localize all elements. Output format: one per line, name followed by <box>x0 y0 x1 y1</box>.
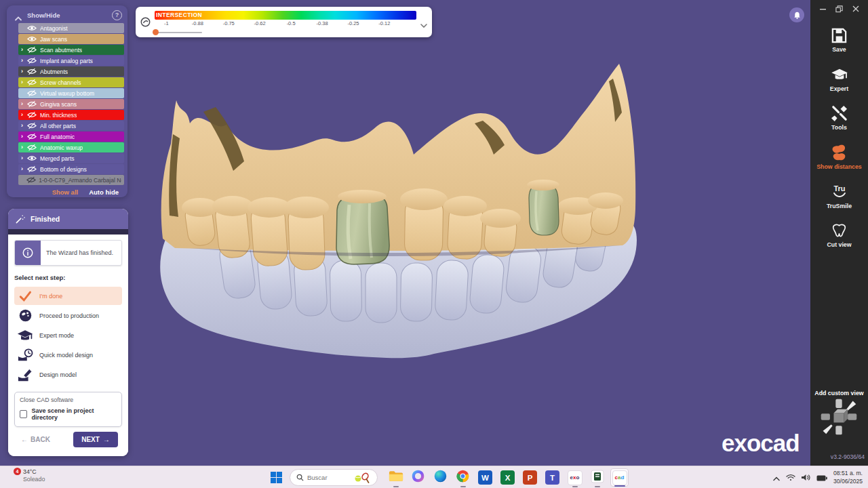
wifi-icon[interactable] <box>786 472 795 484</box>
eye-off-icon[interactable] <box>27 79 37 86</box>
eye-off-icon[interactable] <box>27 122 37 129</box>
layer-row[interactable]: Virtual waxup bottom <box>18 88 124 98</box>
eye-off-icon[interactable] <box>27 57 37 64</box>
eye-open-icon[interactable] <box>27 155 37 162</box>
layer-row[interactable]: 1-0-0-C79_Armando Carbajal Ne... <box>18 175 124 185</box>
restore-button[interactable] <box>835 5 843 13</box>
eye-off-icon[interactable] <box>27 133 37 140</box>
tool-save[interactable]: Save <box>829 26 850 54</box>
wizard-option[interactable]: I'm done <box>14 287 122 305</box>
eye-off-icon[interactable] <box>27 100 37 108</box>
expand-chevron-icon[interactable]: › <box>21 144 27 150</box>
save-scene-row[interactable]: Save scene in project directory <box>20 407 117 421</box>
notifications-button[interactable] <box>789 7 804 22</box>
quick-model-icon <box>17 348 33 363</box>
show-all-link[interactable]: Show all <box>52 188 79 196</box>
eye-off-icon[interactable] <box>27 89 37 97</box>
view-navigation-widget[interactable] <box>818 396 859 440</box>
search-input[interactable] <box>307 474 351 481</box>
colorbar-slider-track[interactable] <box>156 32 202 33</box>
weather-widget[interactable]: 4 34°C Soleado <box>5 468 45 483</box>
expand-chevron-icon[interactable]: › <box>21 79 27 85</box>
eye-open-icon[interactable] <box>27 35 37 43</box>
add-custom-view-label: Add custom view <box>810 390 868 396</box>
expand-chevron-icon[interactable]: › <box>21 134 27 140</box>
taskbar-app-dentalcad[interactable]: cad <box>610 468 629 487</box>
expand-chevron-icon[interactable]: › <box>21 112 27 118</box>
layer-row[interactable]: ›Bottom of designs <box>18 164 124 174</box>
taskbar-app-exo[interactable]: exo <box>566 468 584 487</box>
show-hide-title: Show/Hide <box>27 12 112 19</box>
collapse-chevron-up-icon[interactable] <box>15 12 22 18</box>
expand-chevron-icon[interactable]: › <box>21 101 27 107</box>
tool-trusmile[interactable]: TruTruSmile <box>827 182 852 210</box>
copilot-icon <box>411 469 425 486</box>
taskbar-app-chrome[interactable] <box>454 468 472 487</box>
layer-row[interactable]: ›Gingiva scans <box>18 99 124 109</box>
start-button[interactable] <box>267 469 285 487</box>
taskbar-app-word[interactable]: W <box>476 468 494 487</box>
taskbar-app-explorer[interactable] <box>387 468 405 487</box>
taskbar-app-excel[interactable]: X <box>498 468 517 487</box>
taskbar-app-teams[interactable]: T <box>543 468 561 487</box>
intersection-colorbar[interactable]: INTERSECTION -1-0.88-0.75-0.62-0.5-0.38-… <box>136 7 432 37</box>
layer-row[interactable]: ›Abutments <box>18 66 124 77</box>
wizard-option[interactable]: Design model <box>14 365 122 384</box>
layer-row[interactable]: ›Scan abutments <box>18 45 124 55</box>
eye-off-icon[interactable] <box>27 165 37 173</box>
layer-row[interactable]: Antagonist <box>18 23 124 33</box>
colorbar-slider-knob[interactable] <box>153 29 159 35</box>
eye-off-icon[interactable] <box>27 111 37 119</box>
tool-cut-view[interactable]: Cut view <box>827 221 851 249</box>
battery-icon[interactable] <box>816 472 827 484</box>
back-button[interactable]: ←BACK <box>21 436 50 443</box>
help-icon[interactable]: ? <box>112 10 122 20</box>
clock[interactable]: 08:51 a. m. 30/06/2025 <box>833 470 863 485</box>
wizard-option[interactable]: Quick model design <box>14 346 122 364</box>
wizard-option[interactable]: Proceed to production <box>14 306 122 325</box>
eye-open-icon[interactable] <box>27 24 37 32</box>
expert-icon <box>829 65 850 84</box>
layer-row[interactable]: ›Min. thickness <box>18 110 124 120</box>
next-button[interactable]: NEXT→ <box>73 432 118 447</box>
eye-off-icon[interactable] <box>27 144 37 151</box>
tool-expert[interactable]: Expert <box>829 65 850 93</box>
expand-chevron-icon[interactable]: › <box>21 123 27 129</box>
search-box[interactable] <box>290 469 378 486</box>
layer-row[interactable]: ›Merged parts <box>18 153 124 163</box>
taskbar-app-dentaldb[interactable] <box>588 468 606 487</box>
layer-row[interactable]: ›Full anatomic <box>18 131 124 142</box>
layer-row[interactable]: ›Implant analog parts <box>18 56 124 66</box>
chevron-down-icon[interactable] <box>420 18 427 30</box>
tool-show-distances[interactable]: Show distances <box>816 143 861 171</box>
auto-hide-link[interactable]: Auto hide <box>89 188 119 196</box>
taskbar-app-powerpoint[interactable]: P <box>521 468 539 487</box>
windows-logo-icon <box>271 472 282 483</box>
layer-row[interactable]: ›All other parts <box>18 121 124 131</box>
layer-row[interactable]: ›Anatomic waxup <box>18 142 124 152</box>
eye-off-icon[interactable] <box>27 46 37 54</box>
eye-off-icon[interactable] <box>26 176 36 184</box>
colorbar-options-icon[interactable] <box>140 17 151 27</box>
tray-chevron-up-icon[interactable] <box>773 472 780 484</box>
expand-chevron-icon[interactable]: › <box>21 47 27 53</box>
eye-off-icon[interactable] <box>27 68 37 75</box>
expand-chevron-icon[interactable]: › <box>21 68 27 75</box>
wizard-option[interactable]: Expert mode <box>14 326 122 344</box>
layer-row[interactable]: ›Screw channels <box>18 77 124 87</box>
expand-chevron-icon[interactable]: › <box>21 155 27 161</box>
expand-chevron-icon[interactable]: › <box>21 166 27 172</box>
tool-tools[interactable]: Tools <box>829 104 850 131</box>
taskbar-app-copilot[interactable] <box>409 468 427 487</box>
layer-row[interactable]: Jaw scans <box>18 34 124 44</box>
weather-temp: 34°C <box>23 468 45 476</box>
colorbar-tick: -0.75 <box>223 20 235 26</box>
layer-label: Merged parts <box>40 155 75 162</box>
volume-icon[interactable] <box>802 472 810 484</box>
screen: INTERSECTION -1-0.88-0.75-0.62-0.5-0.38-… <box>0 0 868 488</box>
save-scene-checkbox[interactable] <box>20 410 27 418</box>
close-button[interactable] <box>852 5 859 12</box>
taskbar-app-edge[interactable] <box>431 468 450 487</box>
minimize-button[interactable] <box>820 5 827 12</box>
expand-chevron-icon[interactable]: › <box>21 58 27 64</box>
